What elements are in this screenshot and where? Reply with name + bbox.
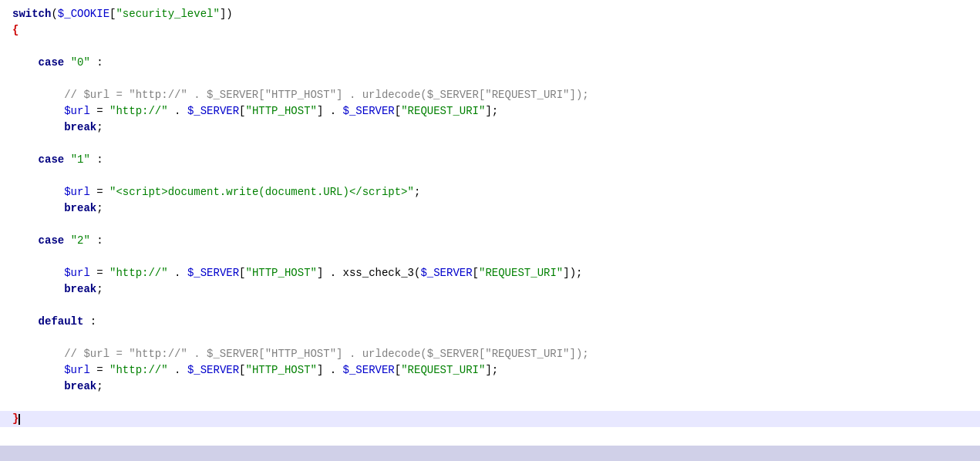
code-line-26: }	[0, 411, 980, 427]
bottom-status-bar	[0, 446, 980, 461]
code-line-11	[0, 168, 980, 184]
code-line-20: default :	[0, 314, 980, 330]
code-line-8: break;	[0, 119, 980, 136]
code-line-21	[0, 330, 980, 346]
code-line-10: case "1" :	[0, 152, 980, 168]
code-line-3	[0, 39, 980, 55]
code-line-16	[0, 249, 980, 265]
code-line-18: break;	[0, 281, 980, 298]
code-line-5	[0, 71, 980, 87]
code-line-2: {	[0, 22, 980, 39]
code-line-17: $url = "http://" . $_SERVER["HTTP_HOST"]…	[0, 265, 980, 281]
code-line-14	[0, 217, 980, 233]
code-line-25	[0, 395, 980, 411]
code-line-7: $url = "http://" . $_SERVER["HTTP_HOST"]…	[0, 103, 980, 119]
code-line-19	[0, 298, 980, 314]
code-line-12: $url = "<script>document.write(document.…	[0, 184, 980, 200]
code-line-22: // $url = "http://" . $_SERVER["HTTP_HOS…	[0, 346, 980, 362]
code-line-4: case "0" :	[0, 55, 980, 71]
code-line-6: // $url = "http://" . $_SERVER["HTTP_HOS…	[0, 87, 980, 103]
code-line-23: $url = "http://" . $_SERVER["HTTP_HOST"]…	[0, 362, 980, 379]
code-line-24: break;	[0, 379, 980, 395]
code-line-13: break;	[0, 200, 980, 217]
code-line-9	[0, 136, 980, 152]
code-viewer: switch($_COOKIE["security_level"]) { cas…	[0, 0, 980, 461]
code-line-1: switch($_COOKIE["security_level"])	[0, 6, 980, 22]
code-line-15: case "2" :	[0, 233, 980, 249]
